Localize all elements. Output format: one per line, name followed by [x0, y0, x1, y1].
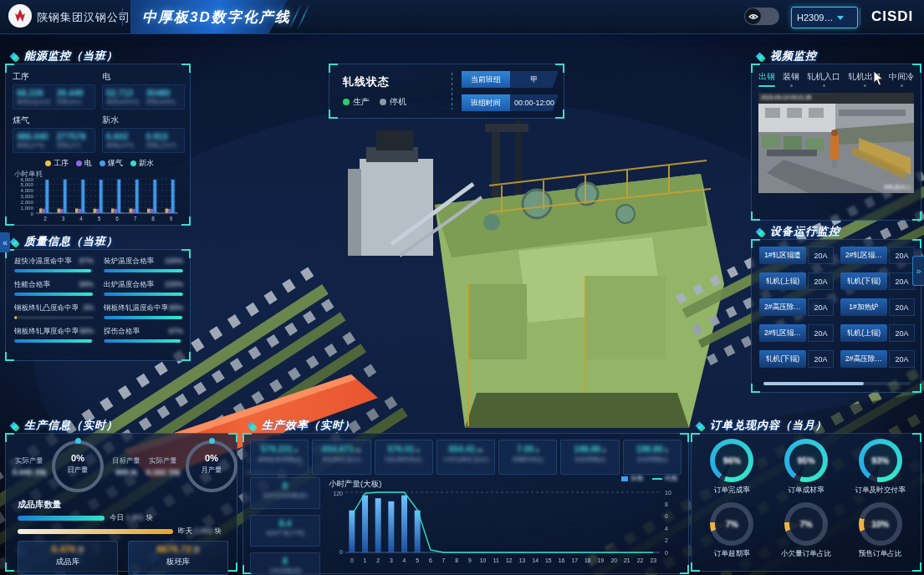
camera-feed[interactable]: 2023-09-14 09:21:35 3#轧机出口	[758, 93, 914, 193]
order-gauge: 7%小欠量订单占比	[781, 502, 831, 559]
energy-stat: 6.602单耗(m³/t)	[106, 131, 141, 150]
energy-stat: 30480班耗(kWh)	[146, 88, 181, 106]
quality-bar-track	[104, 269, 183, 272]
order-gauge: 7%订单超期率	[710, 502, 753, 559]
status-label: 停机	[390, 96, 406, 108]
energy-unit: 单耗(kgce/t)	[17, 98, 52, 106]
svg-text:22: 22	[637, 557, 644, 563]
production-gauges: 实际产量0.045 万吨 0%日产量 目标产量900 吨 实际产量0.162 万…	[11, 440, 230, 492]
quality-label: 探伤合格率	[104, 327, 140, 337]
legend-item: 煤气	[100, 158, 123, 169]
device-current-value: 20A	[889, 324, 915, 342]
device-name-button[interactable]: 轧机(下辊)	[840, 272, 887, 290]
quality-item-header: 钢板终轧厚度命中率98%	[14, 327, 94, 337]
device-row: 2#轧区辊…20A	[759, 324, 834, 342]
device-name-button[interactable]: 1#轧区辊道	[759, 247, 806, 264]
device-name-button[interactable]: 2#轧区辊…	[759, 324, 806, 342]
device-name-button[interactable]: 2#高压除…	[759, 298, 806, 316]
energy-stat: 486.040单耗(m³/t)	[17, 131, 52, 150]
device-name-button[interactable]: 轧机(上辊)	[840, 324, 887, 342]
gauge-label: 预售订单占比	[859, 549, 902, 559]
camera-tab-5[interactable]: 中间冷	[889, 71, 914, 87]
energy-unit: 班耗(万m³)	[146, 141, 181, 150]
gauge-label: 订单及时交付率	[855, 486, 906, 496]
device-name-button[interactable]: 轧机(下辊)	[759, 350, 806, 368]
quality-value: 97%	[169, 327, 183, 335]
shift-info-label: 当前班组	[462, 71, 510, 88]
energy-panel: 工序68.226单耗(kgce/t)39.449班耗(tce)电52.713单耗…	[5, 64, 191, 226]
quality-panel-title: 质量信息（当班）	[8, 234, 118, 249]
energy-group-name: 新水	[102, 114, 185, 126]
svg-text:0: 0	[339, 549, 343, 555]
shift-info-row: 当前班组甲	[462, 71, 559, 88]
device-name-button[interactable]: 轧机(上辊)	[759, 272, 806, 290]
company-logo-icon	[8, 4, 32, 28]
eye-icon	[745, 8, 761, 24]
energy-value: 6.602	[106, 131, 141, 141]
device-name-button[interactable]: 2#高压除…	[840, 350, 887, 368]
quality-item: 钢板终轧温度命中率99%	[104, 303, 183, 319]
quality-bar-track	[14, 339, 94, 343]
camera-tab-2[interactable]: 装钢	[783, 71, 799, 87]
gauge-label: 订单成材率	[784, 486, 828, 496]
energy-value: 68.226	[17, 88, 52, 98]
legend-dot	[45, 160, 51, 166]
efficiency-card: 198.86 s冷却周期(s)	[623, 440, 682, 475]
device-row: 1#轧区辊道20A	[759, 247, 834, 264]
line-legend-swatch	[652, 478, 662, 480]
energy-group-box: 6.602单耗(m³/t)0.915班耗(万m³)	[102, 128, 185, 153]
store-boxes: 0.476万 成品库 8876.72万 板坯库	[18, 541, 228, 575]
energy-group: 电52.713单耗(kWh/t)30480班耗(kWh)	[102, 71, 185, 109]
svg-text:23: 23	[650, 557, 656, 563]
device-select[interactable]: H2309…	[791, 7, 858, 28]
shift-info-row: 班组时间00:00-12:00	[462, 94, 559, 111]
shift-info-value: 00:00-12:00	[510, 94, 559, 111]
svg-text:19: 19	[598, 557, 605, 563]
efficiency-card-label: 班轧制长度(m)	[313, 455, 370, 464]
left-panel-collapse-button[interactable]: «	[0, 232, 10, 252]
quality-bar-track	[14, 269, 94, 272]
quality-bar-fill	[104, 269, 183, 272]
efficiency-card: 576.01 s纯轧制时间(s)	[375, 440, 433, 475]
order-gauge: 96%订单完成率	[710, 439, 753, 496]
efficiency-card-value: 654.41 m	[437, 444, 494, 454]
gauge-percent: 7%	[784, 502, 828, 546]
devices-panel-title: 设备运行监控	[754, 224, 840, 239]
efficiency-card-value: 576.01 s	[375, 444, 432, 454]
device-current-value: 20A	[889, 247, 915, 264]
quality-label: 钢板终轧温度命中率	[104, 303, 167, 313]
quality-label: 性能合格率	[14, 280, 50, 290]
energy-group: 新水6.602单耗(m³/t)0.915班耗(万m³)	[102, 114, 185, 153]
donut-ring: 10%	[859, 502, 902, 546]
right-panel-expand-button[interactable]: »	[912, 256, 924, 286]
device-current-value: 20A	[808, 350, 834, 368]
svg-text:4: 4	[665, 526, 668, 532]
energy-chart-legend: 工序电煤气新水	[14, 158, 185, 169]
svg-text:11: 11	[493, 557, 499, 563]
company-name: 陕钢集团汉钢公司	[37, 10, 130, 25]
scrollbar-thumb[interactable]	[763, 382, 864, 385]
device-name-button[interactable]: 1#加热炉	[840, 298, 887, 316]
legend-item: 新水	[130, 158, 154, 169]
status-legend-item: 停机	[380, 96, 406, 108]
device-row: 轧机(上辊)20A	[840, 324, 915, 342]
svg-text:10: 10	[480, 557, 487, 563]
camera-tab-1[interactable]: 出钢	[758, 71, 775, 87]
camera-tab-3[interactable]: 轧机入口	[807, 71, 840, 87]
device-row: 轧机(下辊)20A	[759, 350, 834, 368]
camera-tab-4[interactable]: 轧机出口	[848, 71, 881, 87]
energy-unit: 班耗(m³)	[57, 141, 92, 150]
efficiency-card: 198.86 s加热周期(s)	[560, 440, 619, 475]
energy-stat: 68.226单耗(kgce/t)	[17, 88, 52, 106]
device-row: 1#加热炉20A	[840, 298, 915, 316]
device-name-button[interactable]: 2#轧区辊…	[840, 247, 887, 264]
visibility-toggle[interactable]	[744, 8, 779, 25]
svg-text:15: 15	[545, 557, 552, 563]
device-list-scrollbar[interactable]	[763, 382, 911, 385]
svg-text:20: 20	[610, 557, 617, 563]
efficiency-box-value: 8.4	[251, 518, 319, 528]
order-gauge: 10%预售订单占比	[859, 502, 902, 559]
quality-label: 超快冷温度命中率	[14, 257, 72, 267]
gauge-percent: 95%	[784, 439, 828, 482]
energy-bar-chart: 6,0005,0004,0003,0002,0001,000023456789	[11, 176, 185, 223]
